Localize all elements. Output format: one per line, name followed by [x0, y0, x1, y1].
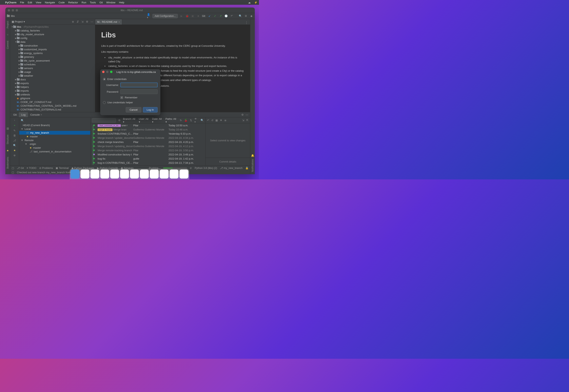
locate-icon[interactable]: ⊕ — [71, 20, 74, 23]
commit-row[interactable]: finished CONTRIBUTING_CENTPilarYesterday… — [90, 132, 205, 136]
hide-icon[interactable]: — — [90, 20, 94, 23]
tree-item[interactable]: ▶usage — [10, 70, 95, 74]
branch-origin[interactable]: ▼origin — [19, 142, 90, 146]
tree-item[interactable]: ▶construction — [10, 44, 95, 47]
dock-finder[interactable] — [70, 169, 80, 179]
dock-app[interactable] — [120, 169, 129, 179]
tree-root[interactable]: ▼libs~/PycharmProjects/libs — [10, 25, 95, 29]
tree-item[interactable]: ▶docs — [10, 78, 95, 81]
sort-icon[interactable]: ⇅ — [190, 119, 192, 122]
login-button[interactable]: Log In — [143, 107, 158, 112]
run-with-coverage-icon[interactable]: ▣ — [191, 14, 194, 18]
radio-credentials-helper[interactable]: Use credentials helper — [103, 101, 158, 104]
tool-bookmarks[interactable]: Bookmarks — [6, 156, 9, 169]
collapse-icon[interactable]: ⇱ — [246, 119, 249, 122]
debug-icon[interactable]: 🐞 — [185, 14, 189, 18]
git-update-icon[interactable]: ↙ — [208, 14, 211, 18]
commit-row[interactable]: Merge branch 'update_documeGuillermo Gut… — [90, 136, 205, 140]
commit-row[interactable]: ../last_comment_in_do...one rPilarToday … — [90, 123, 205, 127]
cloud-icon[interactable]: ☁︎ — [248, 1, 251, 4]
branch-origin-master[interactable]: ★master — [19, 146, 90, 150]
status-icon[interactable]: ▢ — [12, 167, 14, 169]
tool-commit[interactable]: Commit — [6, 40, 9, 50]
branch-master[interactable]: ★master — [19, 135, 90, 138]
trash-icon[interactable]: 🗑 — [13, 134, 16, 137]
tab-options-icon[interactable]: ⋮ — [245, 21, 248, 25]
gear-icon[interactable]: ⚙ — [241, 113, 244, 116]
settings-icon[interactable]: ⚙ — [244, 14, 248, 18]
menu-view[interactable]: View — [36, 1, 41, 4]
dock-app[interactable] — [80, 169, 89, 179]
branch-last-comment[interactable]: ⎇last_comment_in_documentation — [19, 150, 90, 154]
window-controls[interactable] — [5, 9, 20, 12]
menu-navigate[interactable]: Navigate — [45, 1, 55, 4]
pencil-icon[interactable]: ✎ — [14, 129, 16, 132]
status-git[interactable]: ⎇ Git — [17, 167, 24, 169]
tab-readme[interactable]: M↓ README.md × — [95, 19, 122, 25]
menu-edit[interactable]: Edit — [28, 1, 32, 4]
user-icon[interactable]: 👤▾ — [147, 14, 151, 18]
commit-row[interactable]: origin & masterMerge branGuillermo Gutie… — [90, 127, 205, 132]
run-config-selector[interactable]: Add Configuration... — [153, 14, 178, 18]
menu-file[interactable]: File — [20, 1, 24, 4]
tree-item[interactable]: ▼data — [10, 40, 95, 44]
filter-date[interactable]: Date: All ▾ — [152, 117, 163, 123]
dock-app[interactable] — [160, 169, 169, 179]
status-todo[interactable]: ≡ TODO — [27, 167, 36, 169]
tree-item[interactable]: ▶schedules — [10, 63, 95, 66]
git-tab-log[interactable]: Log — [19, 112, 28, 117]
plus-icon[interactable]: ＋ — [13, 124, 16, 127]
menu-git[interactable]: Git — [99, 1, 103, 4]
menu-refactor[interactable]: Refactor — [68, 1, 78, 4]
tree-item[interactable]: ▶city_model_structure — [10, 32, 95, 36]
tree-item[interactable]: ▶life_cycle_assessment — [10, 59, 95, 63]
group-icon[interactable]: ≣ — [224, 119, 226, 122]
branch-group-remote[interactable]: ▼Remote — [19, 138, 90, 142]
close-icon[interactable] — [102, 71, 105, 73]
stop-icon[interactable]: ⊘ — [190, 167, 192, 169]
tool-commit-icon[interactable]: ○ — [7, 33, 9, 36]
cherry-pick-icon[interactable]: 🍒 — [184, 119, 187, 122]
tree-item[interactable]: ▶sensors — [10, 66, 95, 70]
tree-item[interactable]: ▶exports — [10, 81, 95, 85]
branch-my-new-branch[interactable]: 🏷my_new_branch — [19, 131, 90, 135]
password-field[interactable] — [120, 89, 158, 94]
tool-notifications[interactable]: Notifications — [251, 158, 254, 173]
dock-app[interactable] — [130, 169, 139, 179]
filter-paths[interactable]: Paths: All ▾ — [166, 117, 178, 123]
git-commit-icon[interactable]: ✓ — [213, 14, 217, 18]
menu-help[interactable]: Help — [119, 1, 124, 4]
stop-icon[interactable]: ■ — [196, 14, 200, 18]
hide-icon[interactable]: — — [245, 113, 249, 116]
tree-item[interactable]: M↓CONTRIBUTING_EXTERNALS.md — [10, 108, 95, 112]
dock-app[interactable] — [90, 169, 99, 179]
close-icon[interactable]: × — [41, 113, 42, 116]
menu-tools[interactable]: Tools — [90, 1, 96, 4]
chevron-left-icon[interactable]: ‹ — [14, 119, 15, 122]
tree-item[interactable]: ▶imports — [10, 89, 95, 93]
dock-app[interactable] — [100, 169, 109, 179]
tree-item[interactable]: M↓CODE_OF_CONDUCT.md — [10, 100, 95, 104]
status-python[interactable]: Python 3.8 (libs) (2) — [194, 167, 217, 169]
ide-features-icon[interactable]: ◆ — [250, 14, 253, 18]
menubar-app[interactable]: PyCharm — [5, 1, 16, 4]
commit-row[interactable]: bug in CONTRIBUTING_CENTRPilar2022-04-13… — [90, 161, 205, 165]
project-view-select[interactable]: ▦ Project ▾ — [12, 20, 25, 23]
git-rollback-icon[interactable]: ↶ — [230, 14, 234, 18]
expand-icon[interactable]: ⇲ — [242, 119, 244, 122]
git-branch-icon[interactable]: ⎇ — [13, 139, 16, 142]
commit-row[interactable]: check merge branchesPilar2022-04-19, 4:2… — [90, 140, 205, 144]
tool-structure-icon[interactable]: ▥ — [7, 127, 9, 130]
tree-item[interactable]: ▶unittests — [10, 93, 95, 97]
dock-app[interactable] — [150, 169, 159, 179]
commit-row[interactable]: Merge remote-tracking branchPilar2022-04… — [90, 148, 205, 153]
tree-item[interactable]: M↓CONTRIBUTING_CENTRAL_DATA_MODEL.md — [10, 104, 95, 108]
git-push-icon[interactable]: ↗ — [219, 14, 222, 18]
layout-icon[interactable]: ▦ — [215, 119, 218, 122]
log-search-input[interactable] — [92, 118, 116, 123]
breadcrumb[interactable]: libs — [7, 14, 15, 17]
dock-app[interactable] — [140, 169, 149, 179]
dock-app[interactable] — [110, 169, 119, 179]
username-field[interactable] — [120, 83, 158, 87]
lock-icon[interactable]: 🔒 — [245, 167, 249, 169]
